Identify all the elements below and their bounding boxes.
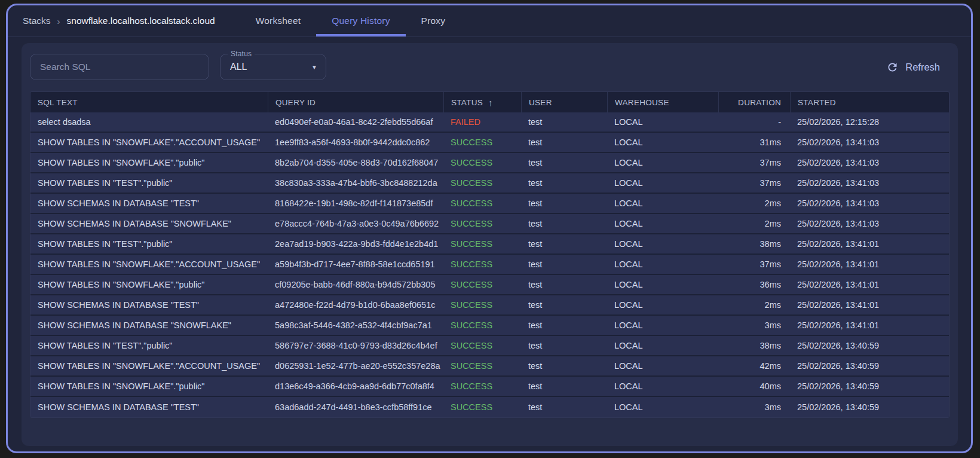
cell-sql-text: SHOW SCHEMAS IN DATABASE "TEST" [30, 194, 268, 213]
cell-sql-text: SHOW TABLES IN "TEST"."public" [30, 234, 268, 254]
cell-user: test [521, 397, 607, 417]
cell-duration: - [718, 112, 790, 132]
cell-started: 25/02/2026, 13:41:01 [790, 234, 949, 254]
column-header-sql-text[interactable]: SQL TEXT [30, 92, 268, 112]
cell-sql-text: SHOW TABLES IN "SNOWFLAKE"."ACCOUNT_USAG… [30, 255, 268, 274]
column-header-user[interactable]: USER [521, 92, 607, 112]
cell-status: SUCCESS [443, 336, 521, 355]
cell-query-id: e78accc4-764b-47a3-a0e3-0c49a76b6692 [268, 214, 443, 233]
sort-ascending-icon: ↑ [488, 97, 493, 108]
table-row: SHOW TABLES IN "SNOWFLAKE"."ACCOUNT_USAG… [30, 133, 949, 153]
tab-proxy-label: Proxy [421, 16, 446, 26]
cell-started: 25/02/2026, 13:41:03 [790, 194, 949, 213]
cell-duration: 40ms [718, 377, 790, 396]
cell-query-id: a59b4f3b-d717-4ee7-8f88-58e1ccd65191 [268, 255, 443, 274]
table-row: SHOW TABLES IN "TEST"."public" 2ea7ad19-… [30, 234, 949, 255]
status-filter-select[interactable]: Status ALL ▼ [220, 54, 326, 80]
tab-query-history[interactable]: Query History [316, 5, 405, 36]
table-row: SHOW TABLES IN "SNOWFLAKE"."ACCOUNT_USAG… [30, 255, 949, 275]
breadcrumb-stacks-link[interactable]: Stacks [23, 16, 51, 26]
cell-duration: 3ms [718, 316, 790, 335]
breadcrumb: Stacks › snowflake.localhost.localstack.… [23, 16, 215, 26]
filter-toolbar: Status ALL ▼ Refresh [30, 54, 950, 80]
cell-query-id: cf09205e-babb-46df-880a-b94d572bb305 [268, 275, 443, 294]
table-header-row: SQL TEXT QUERY ID STATUS ↑ USER WAREHOUS… [30, 92, 949, 112]
cell-warehouse: LOCAL [607, 153, 718, 172]
query-history-panel: Status ALL ▼ Refresh SQL TEXT QUERY I [22, 43, 958, 446]
cell-started: 25/02/2026, 13:40:59 [790, 397, 949, 417]
app-window: Stacks › snowflake.localhost.localstack.… [6, 4, 973, 453]
column-header-status[interactable]: STATUS ↑ [443, 92, 521, 112]
cell-status: SUCCESS [443, 214, 521, 233]
cell-sql-text: SHOW TABLES IN "SNOWFLAKE"."public" [30, 153, 268, 172]
column-header-warehouse[interactable]: WAREHOUSE [607, 92, 718, 112]
cell-sql-text: SHOW TABLES IN "SNOWFLAKE"."ACCOUNT_USAG… [30, 133, 268, 152]
cell-sql-text: SHOW TABLES IN "TEST"."public" [30, 336, 268, 355]
cell-status: SUCCESS [443, 397, 521, 417]
cell-started: 25/02/2026, 13:41:01 [790, 255, 949, 274]
cell-query-id: ed0490ef-e0a0-46a1-8c42-2febd55d66af [268, 112, 443, 132]
cell-sql-text: SHOW SCHEMAS IN DATABASE "SNOWFLAKE" [30, 214, 268, 233]
cell-user: test [521, 336, 607, 355]
cell-user: test [521, 112, 607, 132]
cell-warehouse: LOCAL [607, 397, 718, 417]
cell-started: 25/02/2026, 13:41:03 [790, 214, 949, 233]
cell-status: SUCCESS [443, 153, 521, 172]
cell-user: test [521, 173, 607, 193]
cell-duration: 36ms [718, 275, 790, 294]
cell-duration: 38ms [718, 336, 790, 355]
cell-query-id: a472480e-f22d-4d79-b1d0-6baa8ef0651c [268, 295, 443, 315]
cell-user: test [521, 194, 607, 213]
cell-duration: 3ms [718, 397, 790, 417]
cell-query-id: 38c830a3-333a-47b4-bbf6-3bc8488212da [268, 173, 443, 193]
search-input[interactable] [30, 54, 209, 80]
cell-sql-text: SHOW SCHEMAS IN DATABASE "SNOWFLAKE" [30, 316, 268, 335]
column-header-started[interactable]: STARTED [790, 92, 949, 112]
cell-status: SUCCESS [443, 295, 521, 315]
table-row: SHOW TABLES IN "SNOWFLAKE"."public" cf09… [30, 275, 949, 295]
table-row: SHOW TABLES IN "TEST"."public" 586797e7-… [30, 336, 949, 356]
cell-warehouse: LOCAL [607, 133, 718, 152]
table-row: SHOW SCHEMAS IN DATABASE "SNOWFLAKE" e78… [30, 214, 949, 234]
cell-warehouse: LOCAL [607, 214, 718, 233]
cell-duration: 2ms [718, 295, 790, 315]
tab-proxy[interactable]: Proxy [406, 5, 461, 36]
cell-warehouse: LOCAL [607, 234, 718, 254]
cell-status: SUCCESS [443, 275, 521, 294]
top-nav: Stacks › snowflake.localhost.localstack.… [8, 5, 971, 36]
cell-query-id: d13e6c49-a366-4cb9-aa9d-6db77c0fa8f4 [268, 377, 443, 396]
cell-warehouse: LOCAL [607, 295, 718, 315]
cell-status: SUCCESS [443, 356, 521, 375]
table-body: select dsadsa ed0490ef-e0a0-46a1-8c42-2f… [30, 112, 949, 417]
table-row: select dsadsa ed0490ef-e0a0-46a1-8c42-2f… [30, 112, 949, 133]
cell-status: SUCCESS [443, 377, 521, 396]
cell-sql-text: SHOW SCHEMAS IN DATABASE "TEST" [30, 295, 268, 315]
cell-warehouse: LOCAL [607, 336, 718, 355]
column-header-query-id[interactable]: QUERY ID [268, 92, 443, 112]
cell-status: SUCCESS [443, 194, 521, 213]
cell-started: 25/02/2026, 12:15:28 [790, 112, 949, 132]
cell-query-id: 586797e7-3688-41c0-9793-d83d26c4b4ef [268, 336, 443, 355]
cell-status: SUCCESS [443, 133, 521, 152]
tab-worksheet[interactable]: Worksheet [240, 5, 317, 36]
cell-warehouse: LOCAL [607, 377, 718, 396]
cell-duration: 42ms [718, 356, 790, 375]
refresh-button[interactable]: Refresh [886, 61, 940, 74]
cell-query-id: 1ee9ff83-a56f-4693-8b0f-9442ddc0c862 [268, 133, 443, 152]
table-row: SHOW SCHEMAS IN DATABASE "TEST" 8168422e… [30, 194, 949, 214]
cell-status: SUCCESS [443, 316, 521, 335]
breadcrumb-stack-name: snowflake.localhost.localstack.cloud [67, 16, 215, 26]
cell-query-id: 63ad6add-247d-4491-b8e3-ccfb58ff91ce [268, 397, 443, 417]
column-header-duration[interactable]: DURATION [718, 92, 790, 112]
cell-warehouse: LOCAL [607, 112, 718, 132]
cell-sql-text: select dsadsa [30, 112, 268, 132]
query-history-table: SQL TEXT QUERY ID STATUS ↑ USER WAREHOUS… [30, 91, 950, 418]
cell-status: FAILED [443, 112, 521, 132]
cell-started: 25/02/2026, 13:41:03 [790, 153, 949, 172]
tab-active-indicator [316, 34, 405, 36]
cell-query-id: 8b2ab704-d355-405e-88d3-70d162f68047 [268, 153, 443, 172]
tab-worksheet-label: Worksheet [256, 16, 301, 26]
tab-bar: Worksheet Query History Proxy [240, 5, 461, 36]
cell-user: test [521, 153, 607, 172]
cell-duration: 2ms [718, 214, 790, 233]
